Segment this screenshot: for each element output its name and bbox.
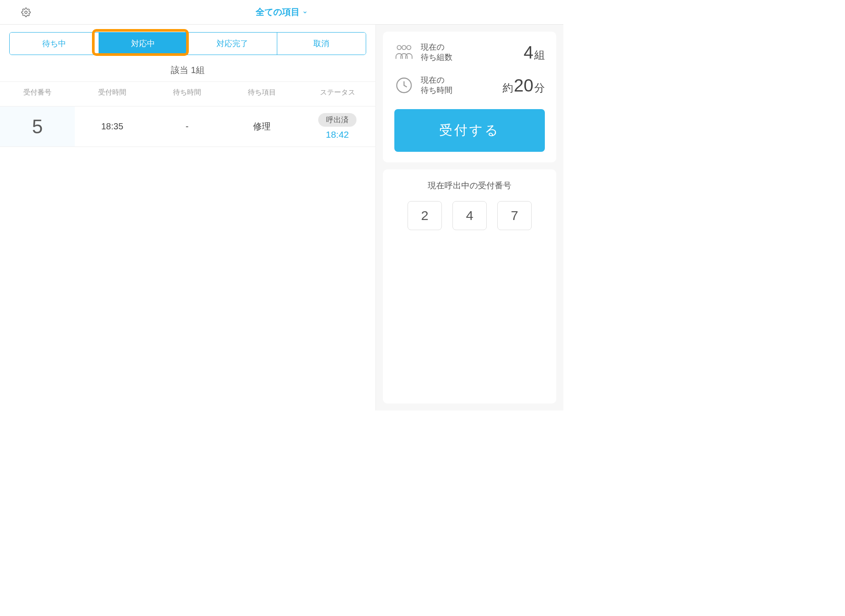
topbar: 全ての項目: [0, 0, 563, 25]
col-item: 待ち項目: [224, 88, 299, 97]
people-icon: [394, 43, 414, 62]
main-panel: 待ち中 対応中 対応完了 取消 該当 1組 受付番号 受付時間 待ち時間 待ち項…: [0, 25, 376, 411]
wait-time-label: 現在の 待ち時間: [421, 75, 496, 96]
wait-groups-row: 現在の 待ち組数 4 組: [394, 42, 545, 63]
filter-label: 全ての項目: [256, 6, 300, 18]
wait-time-value: 約 20 分: [503, 76, 545, 95]
status-badge: 呼出済: [318, 113, 356, 127]
tab-inprogress[interactable]: 対応中: [99, 33, 188, 55]
calling-number[interactable]: 7: [497, 201, 532, 230]
result-count: 該当 1組: [0, 55, 375, 82]
cell-status: 呼出済 18:42: [299, 113, 375, 140]
svg-point-1: [397, 46, 401, 50]
svg-point-2: [402, 46, 406, 50]
cell-receive: 18:35: [75, 121, 150, 132]
clock-icon: [394, 76, 414, 95]
stats-card: 現在の 待ち組数 4 組 現在の 待ち時間: [383, 32, 556, 162]
table-row[interactable]: 5 18:35 - 修理 呼出済 18:42: [0, 106, 375, 147]
status-time: 18:42: [326, 129, 349, 140]
wait-groups-label: 現在の 待ち組数: [421, 42, 516, 63]
wait-groups-value: 4 組: [523, 43, 545, 62]
chevron-down-icon: [302, 10, 308, 15]
accept-button[interactable]: 受付する: [394, 109, 545, 152]
tab-done[interactable]: 対応完了: [188, 33, 277, 55]
calling-number[interactable]: 4: [452, 201, 487, 230]
col-wait: 待ち時間: [150, 88, 224, 97]
tab-waiting[interactable]: 待ち中: [10, 33, 99, 55]
col-receive: 受付時間: [75, 88, 150, 97]
col-status: ステータス: [299, 88, 375, 97]
tab-cancel[interactable]: 取消: [277, 33, 366, 55]
calling-card: 現在呼出中の受付番号 2 4 7: [383, 169, 556, 403]
status-tabs: 待ち中 対応中 対応完了 取消: [9, 32, 366, 55]
svg-point-3: [407, 46, 411, 50]
col-number: 受付番号: [0, 88, 75, 97]
svg-point-0: [25, 11, 27, 14]
calling-number[interactable]: 2: [408, 201, 442, 230]
cell-wait: -: [150, 121, 224, 132]
gear-icon[interactable]: [21, 7, 31, 17]
wait-time-row: 現在の 待ち時間 約 20 分: [394, 75, 545, 96]
table-header: 受付番号 受付時間 待ち時間 待ち項目 ステータス: [0, 82, 375, 106]
cell-item: 修理: [224, 121, 299, 132]
cell-number: 5: [0, 106, 75, 147]
calling-numbers: 2 4 7: [394, 201, 545, 230]
filter-dropdown[interactable]: 全ての項目: [256, 6, 308, 18]
calling-title: 現在呼出中の受付番号: [394, 180, 545, 191]
side-panel: 現在の 待ち組数 4 組 現在の 待ち時間: [376, 25, 563, 411]
